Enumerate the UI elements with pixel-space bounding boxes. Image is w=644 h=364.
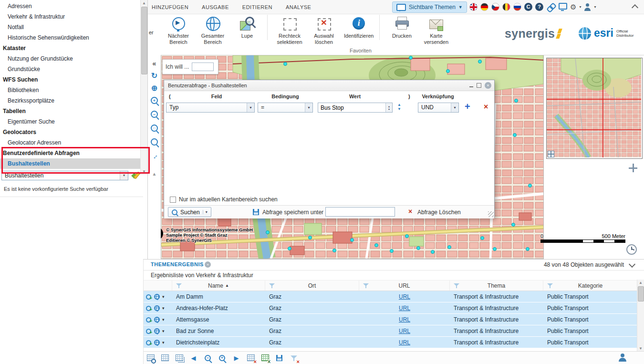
ribbon-tool-button[interactable]: Gesamter Bereich bbox=[196, 15, 230, 46]
zoom-in-icon[interactable] bbox=[151, 97, 158, 106]
zoom-to-icon[interactable] bbox=[145, 305, 152, 311]
url-link[interactable]: URL bbox=[399, 328, 410, 334]
collapse-sidebar-icon[interactable]: « bbox=[153, 60, 156, 67]
search-button[interactable]: Suchen ▾ bbox=[168, 207, 211, 217]
column-header-url[interactable]: URL bbox=[359, 281, 450, 291]
czech-flag-icon[interactable] bbox=[491, 3, 499, 11]
zoom-to-icon[interactable] bbox=[145, 339, 152, 345]
tree-item[interactable]: WFS Suchen bbox=[0, 74, 141, 85]
value-input[interactable] bbox=[318, 103, 385, 112]
scroll-up-icon[interactable]: ▲ bbox=[141, 1, 147, 5]
row-menu-caret-icon[interactable]: ▾ bbox=[162, 329, 165, 333]
tree-item[interactable]: Verkehr & Infrastruktur bbox=[0, 11, 141, 22]
save-results-button[interactable] bbox=[275, 354, 283, 362]
user-menu-icon[interactable] bbox=[584, 3, 591, 11]
zoom-out-selection-button[interactable] bbox=[204, 354, 212, 362]
column-header-kategorie[interactable]: Kategorie bbox=[543, 281, 638, 291]
tree-item[interactable]: Bibliotheken bbox=[0, 85, 141, 95]
ribbon-tool-button[interactable]: Drucken bbox=[384, 15, 419, 40]
table-row[interactable]: ▾ Andreas-Hofer-Platz Graz URL Transport… bbox=[144, 302, 644, 314]
copy-table-button[interactable] bbox=[175, 354, 183, 362]
minimize-icon[interactable] bbox=[469, 86, 473, 87]
filter-icon[interactable] bbox=[454, 283, 459, 288]
clear-filter-button[interactable]: × bbox=[290, 354, 298, 362]
column-header-name[interactable]: Name ▲ bbox=[172, 281, 265, 291]
filter-icon[interactable] bbox=[269, 283, 275, 288]
filter-icon[interactable] bbox=[547, 283, 553, 288]
ribbon-tool-button[interactable]: Rechteck selektieren bbox=[272, 15, 307, 46]
column-header-thema[interactable]: Thema bbox=[450, 281, 543, 291]
delete-query-icon[interactable]: × bbox=[408, 208, 412, 215]
scroll-down-icon[interactable]: ▼ bbox=[637, 346, 644, 351]
ribbon-tool-button[interactable]: Identifizieren bbox=[341, 15, 380, 40]
scrollbar-thumb[interactable] bbox=[141, 7, 147, 74]
url-link[interactable]: URL bbox=[399, 316, 410, 323]
help-icon[interactable]: ? bbox=[535, 3, 543, 11]
tab-themenergebnis[interactable]: THEMENERGEBNIS bbox=[151, 261, 204, 267]
russia-flag-icon[interactable] bbox=[513, 3, 521, 11]
table-row[interactable]: ▾ Am Damm Graz URL Transport & Infrastru… bbox=[144, 291, 644, 302]
i-will-input[interactable] bbox=[192, 62, 214, 71]
scroll-down-icon[interactable]: ▼ bbox=[141, 169, 147, 174]
refresh-icon[interactable]: ↻ bbox=[151, 72, 157, 80]
scroll-up-icon[interactable]: ▲ bbox=[152, 171, 157, 177]
zoom-last-extent-icon[interactable] bbox=[151, 138, 158, 147]
overview-globe-icon[interactable]: ⊕ bbox=[151, 84, 157, 92]
previous-results-button[interactable]: ◀ bbox=[189, 354, 197, 362]
ribbon-tool-button[interactable]: Nächster Bereich bbox=[161, 15, 196, 46]
condition-select[interactable]: = ▾ bbox=[258, 103, 313, 113]
show-table-button[interactable] bbox=[161, 354, 169, 362]
url-link[interactable]: URL bbox=[399, 293, 410, 300]
ribbon-tab[interactable]: EDITIEREN bbox=[242, 4, 272, 10]
clear-results-button[interactable]: × bbox=[247, 354, 255, 362]
tree-item[interactable]: Benutzerdefinierte Abfragen bbox=[0, 148, 141, 158]
tree-item[interactable]: Geolocator Adressen bbox=[0, 137, 141, 148]
ribbon-tab[interactable]: AUSGABE bbox=[202, 4, 229, 10]
conjunction-select[interactable]: UND ▾ bbox=[418, 103, 459, 113]
zoom-window-icon[interactable] bbox=[151, 125, 158, 134]
zoom-to-icon[interactable] bbox=[145, 316, 152, 322]
preconfigured-search-select[interactable]: Bushaltestellen ▾ bbox=[1, 171, 128, 180]
zoom-to-icon[interactable] bbox=[145, 293, 152, 300]
column-header-ort[interactable]: Ort bbox=[265, 281, 359, 291]
scrollbar-thumb[interactable] bbox=[638, 286, 644, 302]
open-table-search-button[interactable] bbox=[146, 354, 155, 362]
user-caret-icon[interactable]: ▾ bbox=[594, 5, 596, 9]
zoom-out-icon[interactable] bbox=[151, 111, 158, 120]
row-menu-caret-icon[interactable]: ▾ bbox=[162, 306, 165, 311]
globe-icon[interactable] bbox=[154, 317, 160, 322]
collapse-panel-icon[interactable] bbox=[629, 261, 635, 268]
tree-item[interactable]: Geolocators bbox=[0, 127, 141, 137]
value-updown-icon[interactable]: ▲▼ bbox=[397, 103, 401, 111]
tree-item[interactable]: Notfall bbox=[0, 22, 141, 32]
user-icon[interactable] bbox=[619, 354, 626, 362]
remove-row-icon[interactable]: × bbox=[484, 103, 488, 111]
row-menu-caret-icon[interactable]: ▾ bbox=[162, 294, 165, 299]
crescent-badge-icon[interactable]: C bbox=[524, 3, 532, 11]
table-row[interactable]: ▾ Dietrichsteinplatz Graz URL Transport … bbox=[144, 337, 644, 348]
zoom-to-icon[interactable] bbox=[145, 328, 152, 334]
open-search-icon[interactable] bbox=[131, 171, 141, 180]
tree-item[interactable]: Adressen bbox=[0, 1, 141, 11]
uk-flag-icon[interactable] bbox=[469, 3, 478, 11]
field-select[interactable]: Typ ▾ bbox=[166, 103, 255, 113]
globe-icon[interactable] bbox=[154, 305, 160, 311]
url-link[interactable]: URL bbox=[399, 339, 410, 346]
gear-caret-icon[interactable]: ▾ bbox=[579, 5, 581, 9]
germany-flag-icon[interactable] bbox=[480, 3, 488, 11]
ribbon-tool-button[interactable]: Lupe bbox=[230, 15, 268, 40]
globe-icon[interactable] bbox=[154, 294, 160, 300]
time-slider-icon[interactable] bbox=[626, 244, 637, 255]
toggle-overview-icon[interactable] bbox=[548, 151, 554, 157]
tree-item[interactable]: Historische Sehenswürdigkeiten bbox=[0, 32, 141, 43]
tree-item[interactable]: Grundstücke bbox=[0, 64, 141, 74]
row-menu-caret-icon[interactable]: ▾ bbox=[162, 317, 165, 322]
export-excel-button[interactable]: X bbox=[261, 354, 269, 362]
tree-item[interactable]: Tabellen bbox=[0, 106, 141, 116]
table-scrollbar[interactable]: ▲ ▼ bbox=[637, 280, 644, 352]
filter-icon[interactable] bbox=[176, 283, 182, 288]
gear-icon[interactable]: ⚙ bbox=[570, 3, 576, 11]
value-spinner-icon[interactable]: ▴▾ bbox=[385, 103, 392, 112]
zoom-in-selection-button[interactable] bbox=[218, 354, 226, 362]
ribbon-tab[interactable]: ANALYSE bbox=[286, 4, 311, 10]
